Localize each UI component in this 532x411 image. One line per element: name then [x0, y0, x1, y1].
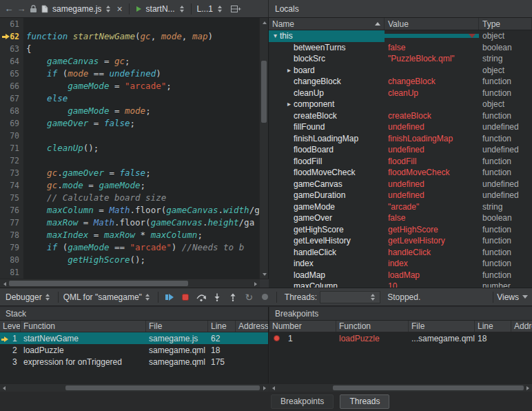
locals-row[interactable]: getLevelHistorygetLevelHistoryfunction	[269, 235, 532, 247]
column-header-function[interactable]: Function	[21, 321, 146, 332]
expand-icon[interactable]: ▸	[285, 65, 294, 77]
locals-row[interactable]: gameCanvasundefinedundefined	[269, 179, 532, 190]
locals-row[interactable]: floodBoardundefinedundefined	[269, 144, 532, 156]
code-text[interactable]: maxIndex = maxRow * maxColumn;	[23, 229, 203, 241]
locals-row[interactable]: gameOverfalseboolean	[269, 212, 532, 224]
collapse-icon[interactable]: ▾	[271, 30, 280, 42]
line-column-combo[interactable]: L...1	[197, 4, 213, 14]
vertical-scrollbar-thumb[interactable]	[261, 61, 267, 123]
code-text[interactable]: cleanUp();	[23, 142, 99, 154]
horizontal-scrollbar-thumb[interactable]	[9, 281, 188, 286]
line-number-gutter[interactable]: 73	[0, 167, 23, 179]
locals-row[interactable]: createBlockcreateBlockfunction	[269, 110, 532, 122]
code-line[interactable]: 77 maxRow = Math.floor(gameCanvas.height…	[0, 217, 260, 229]
debugger-engine-combo[interactable]: Debugger	[4, 292, 54, 302]
step-out-icon[interactable]	[225, 290, 241, 304]
column-header-file[interactable]: File	[409, 321, 475, 332]
locals-row[interactable]: betweenTurnsfalseboolean	[269, 42, 532, 54]
file-combo-arrows-icon[interactable]	[106, 6, 110, 12]
line-number-gutter[interactable]: 66	[0, 80, 23, 92]
line-combo-arrows-icon[interactable]	[218, 6, 222, 12]
locals-row[interactable]: blockSrc"PuzzleBlock.qml"string	[269, 53, 532, 65]
locals-row[interactable]: changeBlockchangeBlockfunction	[269, 76, 532, 88]
code-line[interactable]: 61	[0, 18, 260, 30]
line-number-gutter[interactable]: 70	[0, 130, 23, 142]
column-header-value[interactable]: Value	[385, 18, 479, 30]
locals-row[interactable]: ▸componentobject	[269, 99, 532, 110]
code-text[interactable]: {	[23, 43, 32, 55]
horizontal-scrollbar-thumb[interactable]	[65, 385, 260, 390]
line-number-gutter[interactable]: 74	[0, 179, 23, 192]
code-text[interactable]: maxRow = Math.floor(gameCanvas.height/ga	[23, 217, 254, 229]
line-number-gutter[interactable]: 67	[0, 92, 23, 105]
code-text[interactable]: gc.gameOver = false;	[23, 167, 151, 179]
column-header-level[interactable]: Level	[0, 321, 21, 332]
stack-frame-row[interactable]: 2loadPuzzlesamegame.qml18	[0, 344, 268, 356]
stack-frame-row[interactable]: 3expression for onTriggeredsamegame.qml1…	[0, 356, 268, 368]
locals-tree[interactable]: ▾thisobjectbetweenTurnsfalsebooleanblock…	[269, 30, 532, 288]
code-line[interactable]: 71 cleanUp();	[0, 142, 260, 154]
locals-row[interactable]: gameDurationundefinedundefined	[269, 190, 532, 201]
step-into-icon[interactable]	[209, 290, 225, 304]
code-text[interactable]	[23, 154, 26, 167]
line-number-gutter[interactable]: 81	[0, 266, 23, 279]
code-line[interactable]: 79 if (gameMode == "arcade") //Needs to …	[0, 241, 260, 254]
stop-debugger-icon[interactable]	[178, 290, 194, 304]
views-menu[interactable]: Views	[497, 292, 528, 302]
line-number-gutter[interactable]: 75	[0, 192, 23, 204]
close-document-icon[interactable]: ×	[116, 4, 122, 14]
forward-icon[interactable]: →	[15, 3, 28, 14]
locals-row[interactable]: fillFoundundefinedundefined	[269, 121, 532, 133]
line-number-gutter[interactable]: 65	[0, 68, 23, 80]
line-number-gutter[interactable]: 62	[0, 30, 23, 43]
code-line[interactable]: 70	[0, 130, 260, 142]
code-line[interactable]: 81	[0, 266, 260, 279]
column-header-file[interactable]: File	[146, 321, 208, 332]
line-number-gutter[interactable]: 77	[0, 217, 23, 229]
locals-row[interactable]: floodMoveCheckfloodMoveCheckfunction	[269, 167, 532, 179]
code-line[interactable]: 73 gc.gameOver = false;	[0, 167, 260, 179]
scroll-down-icon[interactable]	[260, 270, 269, 279]
line-number-gutter[interactable]: 72	[0, 154, 23, 167]
column-header-name[interactable]: Name	[269, 18, 385, 30]
line-number-gutter[interactable]: 79	[0, 241, 23, 254]
stack-frame-row[interactable]: 1startNewGamesamegame.js62	[0, 332, 268, 344]
horizontal-scrollbar-thumb[interactable]	[333, 385, 524, 390]
code-line[interactable]: 62function startNewGame(gc, mode, map)	[0, 30, 260, 43]
code-line[interactable]: 64 gameCanvas = gc;	[0, 55, 260, 68]
locals-row[interactable]: getHighScoregetHighScorefunction	[269, 224, 532, 236]
split-editor-icon[interactable]	[231, 5, 241, 13]
code-text[interactable]: function startNewGame(gc, mode, map)	[23, 30, 213, 43]
code-line[interactable]: 68 gameMode = mode;	[0, 105, 260, 117]
code-text[interactable]: gameOver = false;	[23, 117, 135, 130]
stack-horizontal-scrollbar[interactable]	[0, 383, 269, 392]
code-text[interactable]	[23, 18, 26, 30]
code-line[interactable]: 67 else	[0, 92, 260, 105]
line-number-gutter[interactable]: 68	[0, 105, 23, 117]
expand-icon[interactable]: ▸	[285, 99, 294, 110]
code-text[interactable]: gameCanvas = gc;	[23, 55, 130, 68]
record-snapshot-icon[interactable]	[257, 290, 273, 304]
code-line[interactable]: 72	[0, 154, 260, 167]
locals-row[interactable]: handleClickhandleClickfunction	[269, 247, 532, 259]
line-number-gutter[interactable]: 69	[0, 117, 23, 130]
threads-combo[interactable]	[320, 291, 380, 303]
code-text[interactable]	[23, 266, 26, 279]
locals-row[interactable]: indexindexfunction	[269, 258, 532, 270]
line-number-gutter[interactable]: 61	[0, 18, 23, 30]
column-header-function[interactable]: Function	[336, 321, 409, 332]
breakpoints-rows[interactable]: 1loadPuzzle...samegame.qml18	[269, 332, 532, 344]
symbol-combo[interactable]: startN...	[146, 4, 175, 14]
restart-debugging-icon[interactable]: ↻	[241, 290, 257, 304]
line-number-gutter[interactable]: 63	[0, 43, 23, 55]
line-number-gutter[interactable]: 78	[0, 229, 23, 241]
value-dropdown-icon[interactable]	[469, 34, 475, 38]
code-line[interactable]: 78 maxIndex = maxRow * maxColumn;	[0, 229, 260, 241]
line-number-gutter[interactable]: 76	[0, 204, 23, 217]
editor-vertical-scrollbar[interactable]	[259, 18, 268, 279]
code-text[interactable]: gameMode = mode;	[23, 105, 151, 117]
locals-row[interactable]: maxColumn10number	[269, 281, 532, 288]
code-line[interactable]: 69 gameOver = false;	[0, 117, 260, 130]
line-number-gutter[interactable]: 64	[0, 55, 23, 68]
code-text[interactable]: gc.mode = gameMode;	[23, 179, 145, 192]
